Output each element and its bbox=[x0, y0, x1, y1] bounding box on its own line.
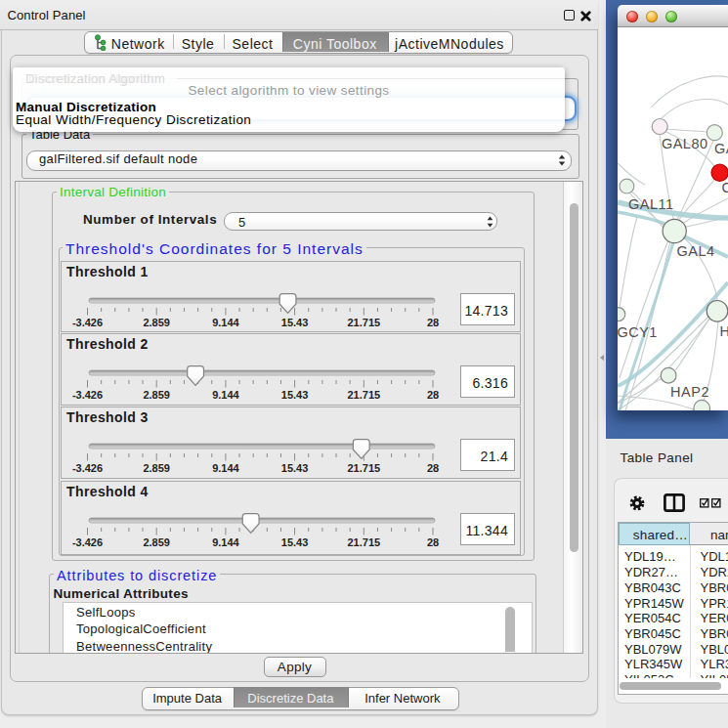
svg-text:21.715: 21.715 bbox=[347, 536, 380, 548]
svg-text:GCY1: GCY1 bbox=[618, 324, 658, 340]
svg-text:C: C bbox=[722, 180, 728, 195]
svg-text:2.859: 2.859 bbox=[143, 462, 170, 474]
svg-text:GAL80: GAL80 bbox=[662, 136, 708, 151]
svg-text:28: 28 bbox=[427, 389, 439, 401]
svg-text:-3.426: -3.426 bbox=[72, 317, 103, 328]
svg-text:H: H bbox=[720, 323, 728, 339]
svg-text:2.859: 2.859 bbox=[143, 536, 170, 548]
svg-text:21.715: 21.715 bbox=[347, 462, 380, 474]
svg-text:15.43: 15.43 bbox=[281, 462, 309, 474]
svg-text:21.715: 21.715 bbox=[347, 389, 380, 401]
svg-text:GA: GA bbox=[714, 141, 728, 156]
svg-text:-3.426: -3.426 bbox=[72, 462, 103, 474]
svg-text:-3.426: -3.426 bbox=[72, 536, 103, 548]
svg-text:9.144: 9.144 bbox=[212, 462, 239, 474]
svg-text:9.144: 9.144 bbox=[212, 536, 239, 548]
svg-text:GAL4: GAL4 bbox=[677, 243, 715, 259]
svg-text:9.144: 9.144 bbox=[212, 389, 239, 401]
svg-text:28: 28 bbox=[427, 536, 439, 548]
svg-text:28: 28 bbox=[427, 317, 439, 328]
svg-text:15.43: 15.43 bbox=[281, 317, 309, 328]
svg-text:-3.426: -3.426 bbox=[72, 389, 103, 401]
svg-text:28: 28 bbox=[427, 462, 439, 474]
svg-text:9.144: 9.144 bbox=[212, 317, 239, 328]
svg-text:21.715: 21.715 bbox=[347, 317, 380, 328]
svg-text:2.859: 2.859 bbox=[143, 317, 170, 328]
svg-text:GAL11: GAL11 bbox=[628, 196, 674, 212]
svg-text:15.43: 15.43 bbox=[281, 389, 309, 401]
svg-text:15.43: 15.43 bbox=[281, 536, 309, 548]
svg-text:HAP2: HAP2 bbox=[670, 384, 709, 400]
svg-text:2.859: 2.859 bbox=[143, 389, 170, 401]
